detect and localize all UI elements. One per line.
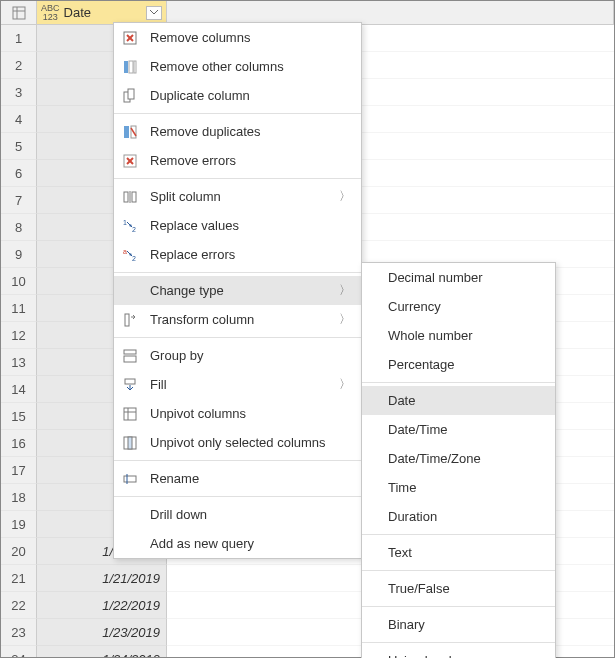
transform-column-icon bbox=[120, 310, 140, 330]
svg-text:2: 2 bbox=[132, 226, 136, 233]
submenu-date-time[interactable]: Date/Time bbox=[362, 415, 555, 444]
row-number[interactable]: 10 bbox=[1, 268, 37, 295]
menu-drill-down[interactable]: Drill down bbox=[114, 500, 361, 529]
row-number[interactable]: 18 bbox=[1, 484, 37, 511]
menu-duplicate-column[interactable]: Duplicate column bbox=[114, 81, 361, 110]
svg-rect-34 bbox=[128, 437, 132, 449]
svg-rect-8 bbox=[134, 61, 136, 73]
blank-icon bbox=[120, 281, 140, 301]
svg-text:1: 1 bbox=[123, 219, 127, 226]
menu-remove-errors[interactable]: Remove errors bbox=[114, 146, 361, 175]
menu-unpivot-only-selected[interactable]: Unpivot only selected columns bbox=[114, 428, 361, 457]
row-number[interactable]: 4 bbox=[1, 106, 37, 133]
chevron-right-icon: 〉 bbox=[339, 311, 351, 328]
menu-rename[interactable]: Rename bbox=[114, 464, 361, 493]
row-number[interactable]: 9 bbox=[1, 241, 37, 268]
row-number[interactable]: 15 bbox=[1, 403, 37, 430]
menu-remove-duplicates[interactable]: Remove duplicates bbox=[114, 117, 361, 146]
svg-rect-17 bbox=[124, 192, 128, 202]
row-number[interactable]: 5 bbox=[1, 133, 37, 160]
row-number[interactable]: 21 bbox=[1, 565, 37, 592]
menu-unpivot-columns[interactable]: Unpivot columns bbox=[114, 399, 361, 428]
column-dropdown-button[interactable] bbox=[146, 6, 162, 20]
table-corner[interactable] bbox=[1, 1, 37, 25]
change-type-submenu: Decimal number Currency Whole number Per… bbox=[361, 262, 556, 658]
replace-errors-icon: a2 bbox=[120, 245, 140, 265]
menu-split-column[interactable]: Split column 〉 bbox=[114, 182, 361, 211]
row-number[interactable]: 16 bbox=[1, 430, 37, 457]
menu-separator bbox=[114, 113, 361, 114]
row-number[interactable]: 13 bbox=[1, 349, 37, 376]
svg-rect-28 bbox=[124, 356, 136, 362]
row-number[interactable]: 14 bbox=[1, 376, 37, 403]
remove-other-columns-icon bbox=[120, 57, 140, 77]
fill-icon bbox=[120, 375, 140, 395]
row-number[interactable]: 24 bbox=[1, 646, 37, 658]
submenu-whole-number[interactable]: Whole number bbox=[362, 321, 555, 350]
menu-add-as-new-query[interactable]: Add as new query bbox=[114, 529, 361, 558]
remove-duplicates-icon bbox=[120, 122, 140, 142]
chevron-right-icon: 〉 bbox=[339, 282, 351, 299]
row-number[interactable]: 8 bbox=[1, 214, 37, 241]
row-number[interactable]: 1 bbox=[1, 25, 37, 52]
svg-line-13 bbox=[131, 128, 136, 136]
menu-separator bbox=[114, 460, 361, 461]
replace-values-icon: 12 bbox=[120, 216, 140, 236]
svg-rect-10 bbox=[128, 89, 134, 99]
menu-transform-column[interactable]: Transform column 〉 bbox=[114, 305, 361, 334]
remove-columns-icon bbox=[120, 28, 140, 48]
menu-remove-columns[interactable]: Remove columns bbox=[114, 23, 361, 52]
row-number[interactable]: 17 bbox=[1, 457, 37, 484]
submenu-using-locale[interactable]: Using locale… bbox=[362, 646, 555, 658]
row-number[interactable]: 11 bbox=[1, 295, 37, 322]
row-number[interactable]: 19 bbox=[1, 511, 37, 538]
menu-group-by[interactable]: Group by bbox=[114, 341, 361, 370]
blank-icon bbox=[120, 534, 140, 554]
row-number[interactable]: 12 bbox=[1, 322, 37, 349]
row-number[interactable]: 3 bbox=[1, 79, 37, 106]
menu-replace-values[interactable]: 12 Replace values bbox=[114, 211, 361, 240]
row-number[interactable]: 7 bbox=[1, 187, 37, 214]
menu-replace-errors[interactable]: a2 Replace errors bbox=[114, 240, 361, 269]
submenu-duration[interactable]: Duration bbox=[362, 502, 555, 531]
svg-rect-27 bbox=[124, 350, 136, 354]
submenu-time[interactable]: Time bbox=[362, 473, 555, 502]
menu-separator bbox=[114, 272, 361, 273]
blank-icon bbox=[120, 505, 140, 525]
svg-rect-30 bbox=[124, 408, 136, 420]
cell-date[interactable]: 1/24/2019 bbox=[37, 646, 167, 658]
row-number[interactable]: 6 bbox=[1, 160, 37, 187]
submenu-true-false[interactable]: True/False bbox=[362, 574, 555, 603]
menu-separator bbox=[362, 570, 555, 571]
submenu-decimal-number[interactable]: Decimal number bbox=[362, 263, 555, 292]
context-menu: Remove columns Remove other columns Dupl… bbox=[113, 22, 362, 559]
row-number[interactable]: 23 bbox=[1, 619, 37, 646]
submenu-date[interactable]: Date bbox=[362, 386, 555, 415]
menu-remove-other-columns[interactable]: Remove other columns bbox=[114, 52, 361, 81]
menu-separator bbox=[362, 642, 555, 643]
svg-rect-6 bbox=[124, 61, 128, 73]
submenu-currency[interactable]: Currency bbox=[362, 292, 555, 321]
chevron-right-icon: 〉 bbox=[339, 188, 351, 205]
cell-date[interactable]: 1/23/2019 bbox=[37, 619, 167, 646]
rename-icon bbox=[120, 469, 140, 489]
menu-separator bbox=[114, 496, 361, 497]
row-number[interactable]: 22 bbox=[1, 592, 37, 619]
cell-date[interactable]: 1/22/2019 bbox=[37, 592, 167, 619]
table-icon bbox=[12, 6, 26, 20]
menu-fill[interactable]: Fill 〉 bbox=[114, 370, 361, 399]
cell-date[interactable]: 1/21/2019 bbox=[37, 565, 167, 592]
row-number[interactable]: 2 bbox=[1, 52, 37, 79]
unpivot-selected-icon bbox=[120, 433, 140, 453]
svg-rect-29 bbox=[125, 379, 135, 384]
svg-rect-0 bbox=[13, 7, 25, 19]
submenu-text[interactable]: Text bbox=[362, 538, 555, 567]
submenu-binary[interactable]: Binary bbox=[362, 610, 555, 639]
svg-rect-35 bbox=[124, 476, 136, 482]
submenu-date-time-zone[interactable]: Date/Time/Zone bbox=[362, 444, 555, 473]
duplicate-column-icon bbox=[120, 86, 140, 106]
menu-change-type[interactable]: Change type 〉 bbox=[114, 276, 361, 305]
submenu-percentage[interactable]: Percentage bbox=[362, 350, 555, 379]
row-number[interactable]: 20 bbox=[1, 538, 37, 565]
svg-text:2: 2 bbox=[132, 255, 136, 262]
